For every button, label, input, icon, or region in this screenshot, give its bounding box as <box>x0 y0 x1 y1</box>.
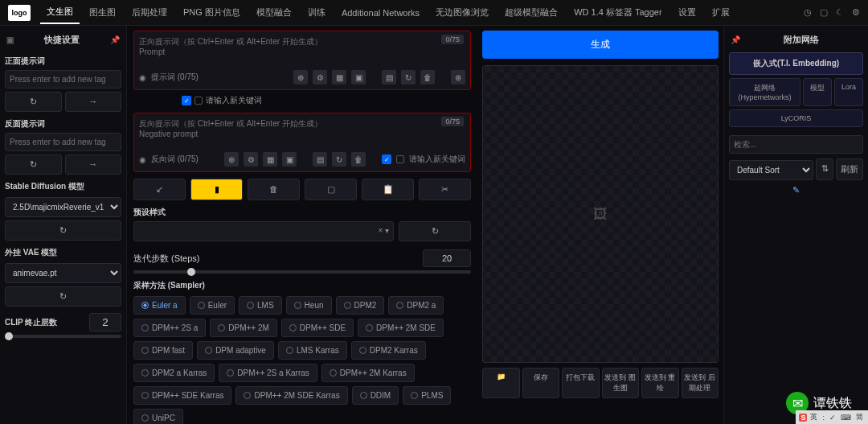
p-tool5[interactable]: ▤ <box>382 70 396 84</box>
tab-supermerge[interactable]: 超级模型融合 <box>498 2 564 23</box>
sampler-euler[interactable]: Euler <box>190 296 235 315</box>
sampler-dpm2-karras[interactable]: DPM2 Karras <box>351 341 426 360</box>
vae-select[interactable]: animevae.pt <box>5 263 121 283</box>
clip-value[interactable] <box>89 313 121 331</box>
sampler-lms-karras[interactable]: LMS Karras <box>278 341 347 360</box>
monitor-icon[interactable]: ▢ <box>820 7 828 18</box>
tb-2[interactable]: ▮ <box>190 179 243 200</box>
tb-5[interactable]: 📋 <box>362 179 414 200</box>
moon-icon[interactable]: ☾ <box>836 7 844 18</box>
sampler-dpm---2m-karras[interactable]: DPM++ 2M Karras <box>321 364 415 382</box>
tab-browse[interactable]: 无边图像浏览 <box>429 2 495 23</box>
tb-1[interactable]: ↙ <box>133 179 186 200</box>
sampler-dpm---2m-sde[interactable]: DPM++ 2M SDE <box>358 319 444 337</box>
p-tool6[interactable]: ↻ <box>401 70 416 84</box>
sort-select[interactable]: Default Sort <box>729 160 813 180</box>
tab-extras[interactable]: 后期处理 <box>125 2 174 23</box>
p-tool4[interactable]: ▣ <box>351 70 366 84</box>
pos-refresh[interactable]: ↻ <box>5 92 62 112</box>
collapse-icon[interactable]: ▣ <box>6 35 14 44</box>
p-tool3[interactable]: ▦ <box>332 70 346 84</box>
gear-icon[interactable]: ⚙ <box>852 7 860 18</box>
tb-4[interactable]: ▢ <box>305 179 357 200</box>
sd-model-select[interactable]: 2.5D\majicmixReverie_v10.safe <box>5 197 121 217</box>
tab-ext[interactable]: 扩展 <box>706 2 736 23</box>
n-tool4[interactable]: ▣ <box>282 152 297 167</box>
neg-apply[interactable]: → <box>65 154 122 175</box>
n-tool1[interactable]: ⊕ <box>224 152 239 167</box>
canvas-action-3[interactable]: 发送到 图生图 <box>602 368 640 398</box>
pos-prompt-textarea[interactable] <box>139 36 465 65</box>
sampler-dpm---2m-sde-karras[interactable]: DPM++ 2M SDE Karras <box>235 386 347 405</box>
sampler-ddim[interactable]: DDIM <box>352 386 399 405</box>
tab-ti[interactable]: 嵌入式(T.I. Embedding) <box>729 52 863 75</box>
canvas-action-0[interactable]: 📁 <box>482 368 520 398</box>
sampler-heun[interactable]: Heun <box>286 296 332 315</box>
canvas-action-2[interactable]: 打包下载 <box>562 368 600 398</box>
sampler-euler-a[interactable]: Euler a <box>133 296 186 315</box>
clip-slider[interactable] <box>5 335 121 338</box>
sampler-dpm---2s-a-karras[interactable]: DPM++ 2S a Karras <box>219 364 317 382</box>
refresh-button[interactable]: 刷新 <box>836 158 863 180</box>
neg-refresh[interactable]: ↻ <box>5 154 62 175</box>
tab-lycoris[interactable]: LyCORIS <box>729 109 863 127</box>
tab-txt2img[interactable]: 文生图 <box>40 1 80 24</box>
eye-icon[interactable]: ◉ <box>139 155 146 164</box>
vae-refresh[interactable]: ↻ <box>5 286 121 307</box>
sampler-dpm---sde-karras[interactable]: DPM++ SDE Karras <box>133 386 231 405</box>
pos-tag-input[interactable] <box>5 70 121 89</box>
sampler-plms[interactable]: PLMS <box>403 386 451 405</box>
tab-pnginfo[interactable]: PNG 图片信息 <box>177 2 247 23</box>
pin-icon[interactable]: 📌 <box>110 35 120 44</box>
canvas-action-4[interactable]: 发送到 重绘 <box>641 368 679 398</box>
neg-prompt-textarea[interactable] <box>139 118 465 147</box>
sampler-lms[interactable]: LMS <box>239 296 282 315</box>
tab-merge[interactable]: 模型融合 <box>250 2 298 23</box>
neg-kw-check[interactable]: ✓ <box>382 154 391 164</box>
tab-img2img[interactable]: 图生图 <box>83 2 122 23</box>
brush-icon[interactable]: ✎ <box>729 185 863 196</box>
p-tool7[interactable]: 🗑 <box>420 70 435 84</box>
sampler-dpm-adaptive[interactable]: DPM adaptive <box>197 341 274 360</box>
steps-value[interactable] <box>423 249 471 267</box>
sampler-dpm2-a-karras[interactable]: DPM2 a Karras <box>133 364 215 382</box>
n-tool6[interactable]: ↻ <box>332 152 346 167</box>
preset-refresh[interactable]: ↻ <box>399 221 471 241</box>
pos-kw-check[interactable]: ✓ <box>182 96 191 105</box>
tb-6[interactable]: ✂ <box>419 179 471 200</box>
tab-hyper[interactable]: 超网络 (Hypernetworks) <box>729 78 800 106</box>
pos-kw-check2[interactable] <box>194 97 203 105</box>
sampler-dpm---sde[interactable]: DPM++ SDE <box>281 319 354 337</box>
n-tool2[interactable]: ⚙ <box>244 152 258 167</box>
n-tool3[interactable]: ▦ <box>263 152 277 167</box>
neg-kw-check2[interactable] <box>396 155 404 163</box>
sampler-dpm---2s-a[interactable]: DPM++ 2S a <box>133 319 206 337</box>
tb-3[interactable]: 🗑 <box>248 179 300 200</box>
preset-select[interactable]: × ▾ <box>133 221 394 241</box>
tab-model[interactable]: 模型 <box>803 78 832 106</box>
sort-dir[interactable]: ⇅ <box>816 158 833 180</box>
n-tool5[interactable]: ▤ <box>313 152 327 167</box>
tab-settings[interactable]: 设置 <box>672 2 702 23</box>
extra-search[interactable] <box>729 135 863 154</box>
clock-icon[interactable]: ◷ <box>804 7 812 18</box>
p-tool1[interactable]: ⊕ <box>293 70 308 84</box>
sampler-dpm---2m[interactable]: DPM++ 2M <box>210 319 277 337</box>
sd-refresh[interactable]: ↻ <box>5 220 121 241</box>
canvas-action-1[interactable]: 保存 <box>522 368 560 398</box>
steps-slider[interactable] <box>133 270 471 274</box>
tab-tagger[interactable]: WD 1.4 标签器 Tagger <box>567 2 668 23</box>
n-tool7[interactable]: 🗑 <box>351 152 366 167</box>
eye-icon[interactable]: ◉ <box>139 73 146 82</box>
generate-button[interactable]: 生成 <box>482 31 719 59</box>
sampler-dpm2-a[interactable]: DPM2 a <box>388 296 444 315</box>
sampler-dpm-fast[interactable]: DPM fast <box>133 341 193 360</box>
p-tool8[interactable]: ⊛ <box>451 70 465 84</box>
sampler-unipc[interactable]: UniPC <box>133 409 183 424</box>
sampler-dpm2[interactable]: DPM2 <box>336 296 385 315</box>
pin-icon[interactable]: 📌 <box>731 35 740 44</box>
canvas-action-5[interactable]: 发送到 后期处理 <box>682 368 719 398</box>
tab-addnet[interactable]: Additional Networks <box>335 3 426 23</box>
tab-lora[interactable]: Lora <box>834 78 863 106</box>
tab-train[interactable]: 训练 <box>301 2 332 23</box>
